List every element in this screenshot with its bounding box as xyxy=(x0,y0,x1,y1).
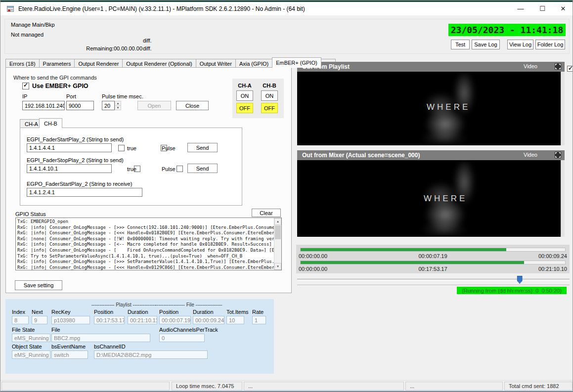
egpi-start-send-button[interactable]: Send xyxy=(187,143,218,152)
egpi-stop-pulse-checkbox[interactable] xyxy=(176,166,183,172)
title-bar[interactable]: Etere.RadioLive.Engine (User=1 , PC=MAIN… xyxy=(0,2,573,15)
playlist-video-scrollbar[interactable] xyxy=(561,72,565,145)
ch-b-tab-page: EGPI_FaderStartPlay_2 (String to send) 1… xyxy=(20,128,242,206)
audio-channels-label: AudioChannelsPerTrack xyxy=(159,327,218,333)
log-line: RxG: |info| Consumer_OnLogMessage - [<<<… xyxy=(17,265,280,270)
minimize-button[interactable]: — xyxy=(511,2,530,15)
bs-channel-id-label: bsChannelID xyxy=(94,344,126,349)
slider-track[interactable] xyxy=(297,279,570,281)
expand-icon[interactable] xyxy=(555,152,561,158)
egpi-stop-true-label: true xyxy=(127,166,136,172)
tab-errors[interactable]: Errors (18) xyxy=(5,59,40,68)
playlist-progress-current: 00:17:53.17 xyxy=(296,266,570,272)
egpi-start-true-label: true xyxy=(127,145,136,151)
channel-status-panel: CH-A CH-B ON ON OFF OFF xyxy=(232,79,284,118)
maximize-button[interactable]: ☐ xyxy=(532,2,552,15)
egpi-stop-send-button[interactable]: Send xyxy=(187,164,218,173)
log-line: RxG: |none| Consumer_OnLogMessage - [!W!… xyxy=(17,236,280,242)
egpo-start-input[interactable]: 1.4.1.2.4.1 xyxy=(27,188,142,197)
mixer-monitor-header: Out from Mixer (Actual scene=scene_000) … xyxy=(297,150,565,160)
close-button-gpi[interactable]: Close xyxy=(176,101,209,110)
ch-b-off-button[interactable]: OFF xyxy=(261,103,278,113)
use-ember-checkbox[interactable] xyxy=(22,83,29,89)
playlist-group-header: -------------- Playlist -------------- xyxy=(88,302,159,307)
ip-input[interactable]: 192.168.101.240 xyxy=(22,101,65,110)
separator-line xyxy=(297,285,570,286)
status-total-cmd: Total cmd sent: 1882 xyxy=(504,382,573,391)
playlist-video-overlay-text: WHERE xyxy=(427,102,470,112)
egpi-start-input[interactable]: 1.4.1.4.4.1 xyxy=(27,143,112,152)
scrollbar-thumb[interactable] xyxy=(275,225,281,239)
ip-label: IP xyxy=(22,93,27,99)
file-duration-label: Duration xyxy=(193,309,214,315)
log-scrollbar[interactable]: ▲ ▼ xyxy=(274,218,281,270)
egpi-stop-label: EGPI_FaderStopPlay_2 (String to send) xyxy=(27,157,124,163)
view-log-button[interactable]: View Log xyxy=(507,40,533,49)
spin-down-icon[interactable]: ▼ xyxy=(115,105,121,110)
pulse-time-input[interactable]: 20 xyxy=(102,101,115,110)
egpo-start-label: EGPO_FaderStartPlay_2 (String to receive… xyxy=(27,181,132,187)
status-dots-1: ... xyxy=(244,382,404,391)
file-progress-bar xyxy=(300,248,566,252)
save-setting-button[interactable]: Save setting xyxy=(15,280,62,290)
ch-a-on-button[interactable]: ON xyxy=(236,90,253,101)
egpi-start-true-checkbox[interactable] xyxy=(118,145,125,151)
playlist-monitor-header: Out from Playlist Video xyxy=(297,62,565,72)
status-segment-empty xyxy=(1,382,170,391)
pulse-time-label: Pulse time msec. xyxy=(102,93,143,99)
playlist-progress-end: 00:21:10.10 xyxy=(538,266,567,272)
rate-label: Rate xyxy=(252,309,264,315)
scroll-up-icon[interactable]: ▲ xyxy=(274,218,281,225)
save-log-button[interactable]: Save Log xyxy=(472,40,500,49)
mixer-monitor-title: Out from Mixer (Actual scene=scene_000) xyxy=(302,152,420,159)
tab-ch-b[interactable]: CH-B xyxy=(39,118,62,128)
playlist-video-label: Video xyxy=(524,63,537,69)
mixer-monitor: Out from Mixer (Actual scene=scene_000) … xyxy=(297,150,565,237)
gpio-status-label: GPIO Status xyxy=(15,211,46,217)
tab-parameters[interactable]: Parameters xyxy=(39,59,75,68)
egpi-stop-input[interactable]: 1.4.1.4.10.1 xyxy=(27,164,112,173)
gpi-caption: Where to send the GPI commands xyxy=(13,75,97,81)
tab-output-writer[interactable]: Output Writer xyxy=(196,59,236,68)
open-button[interactable]: Open xyxy=(137,101,171,110)
header-panel: Manage Main/Bkp Not managed diff. Remain… xyxy=(4,19,570,54)
playlist-progress-bar xyxy=(300,261,566,264)
close-button[interactable]: ✕ xyxy=(553,2,573,15)
slider-thumb[interactable] xyxy=(517,276,523,284)
expand-icon[interactable] xyxy=(555,63,561,70)
tot-items-value: 10 xyxy=(226,316,244,324)
gpio-log[interactable]: TxG: EMBERGPIO_open RxG: |info| Consumer… xyxy=(15,218,282,270)
tab-output-renderer-optional[interactable]: Output Renderer (Optional) xyxy=(122,59,196,68)
app-window: Etere.RadioLive.Engine (User=1 , PC=MAIN… xyxy=(0,0,573,392)
ch-b-header: CH-B xyxy=(259,83,280,88)
log-line: TxG: EMBERGPIO_open xyxy=(17,219,280,225)
port-input[interactable]: 9000 xyxy=(66,101,94,110)
clear-button[interactable]: Clear xyxy=(252,209,281,217)
scroll-down-icon[interactable]: ▼ xyxy=(274,263,281,270)
playlist-video-checkbox[interactable] xyxy=(567,66,573,72)
tab-ember-gpio[interactable]: EmBER+ (GPIO) xyxy=(272,57,321,68)
window-title: Etere.RadioLive.Engine (User=1 , PC=MAIN… xyxy=(18,5,305,12)
pl-position-label: Position xyxy=(94,309,113,315)
ember-gpio-tab-page: Where to send the GPI commands Use EMBER… xyxy=(5,67,292,293)
egpi-start-pulse-label: Pulse xyxy=(162,145,176,151)
playlist-monitor: Out from Playlist Video WHERE xyxy=(297,62,565,145)
next-value: 9 xyxy=(32,316,47,324)
mixer-video-scrollbar[interactable] xyxy=(561,160,565,237)
ch-b-on-button[interactable]: ON xyxy=(261,90,278,101)
tab-output-renderer[interactable]: Output Renderer xyxy=(74,59,123,68)
seek-slider[interactable] xyxy=(297,275,570,284)
file-label: File xyxy=(51,327,60,333)
file-group-header: ------------------ File ----------------… xyxy=(155,302,222,307)
ch-a-off-button[interactable]: OFF xyxy=(236,103,253,113)
pl-duration-label: Duration xyxy=(128,309,148,315)
object-state-value: eMS_Running xyxy=(12,350,50,359)
tab-axia-gpio[interactable]: Axia (GPIO) xyxy=(235,59,272,68)
test-button[interactable]: Test xyxy=(451,40,470,49)
datetime-display: 23/05/2023 - 11:41:18 xyxy=(448,24,566,36)
mixer-video-label: Video xyxy=(524,152,537,158)
log-line: RxG: |info| Consumer_OnLogMessage - [>>>… xyxy=(17,225,280,231)
ch-a-header: CH-A xyxy=(234,83,255,88)
pl-duration-value: 00:21:10.11 xyxy=(128,316,157,324)
folder-log-button[interactable]: Folder Log xyxy=(535,40,565,49)
